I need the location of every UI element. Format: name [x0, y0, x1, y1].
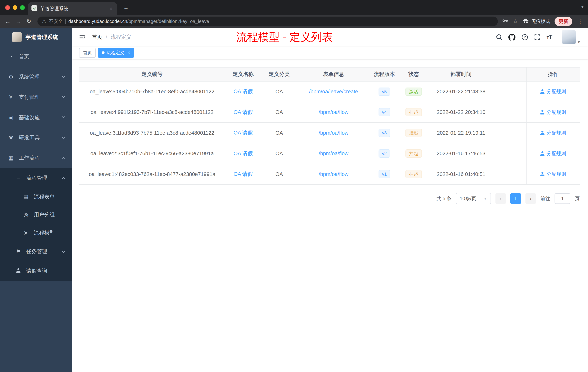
minimize-window-button[interactable]: [13, 5, 17, 10]
tools-icon: ⚒: [8, 135, 14, 141]
workflow-icon: ▦: [8, 155, 14, 161]
user-group-icon: ◎: [22, 212, 29, 218]
definition-id-cell: oa_leave:3:1fad3d93-7b75-11ec-a3c8-acde4…: [79, 123, 225, 143]
spacer: [494, 82, 526, 102]
table-header: 定义编号 定义名称 定义分类 表单信息 流程版本 状态 部署时间 操作: [79, 67, 580, 81]
prev-page-button[interactable]: ‹: [495, 193, 506, 204]
list-icon: ≡: [15, 175, 22, 181]
breadcrumb-current: 流程定义: [111, 33, 131, 41]
assign-rule-button[interactable]: 分配规则: [540, 130, 566, 136]
address-bar[interactable]: ⚠ 不安全 dashboard.yudao.iocoder.cn/bpm/man…: [37, 17, 498, 26]
user-icon: [540, 151, 545, 156]
password-key-icon[interactable]: [502, 17, 508, 25]
definition-name-link[interactable]: OA 请假: [225, 102, 262, 122]
form-icon: ▤: [22, 194, 29, 200]
definition-name-link[interactable]: OA 请假: [225, 123, 262, 143]
next-page-button[interactable]: ›: [525, 193, 536, 204]
sidebar-item-process-form[interactable]: ▤ 流程表单: [0, 188, 72, 206]
assign-rule-button[interactable]: 分配规则: [540, 150, 566, 157]
update-button[interactable]: 更新: [555, 17, 572, 26]
form-info-link[interactable]: /bpm/oa/flow: [297, 143, 370, 164]
security-warning-icon: ⚠: [42, 19, 46, 24]
help-icon[interactable]: ?: [522, 34, 528, 40]
window-controls: [0, 5, 30, 10]
table-row: oa_leave:4:991f2193-7b7f-11ec-a3c8-acde4…: [79, 102, 580, 123]
definition-name-link[interactable]: OA 请假: [225, 164, 262, 184]
hamburger-icon[interactable]: [78, 34, 86, 41]
tag-close-icon[interactable]: ×: [127, 50, 130, 55]
version-tag: v5: [378, 88, 390, 96]
breadcrumb-separator: /: [106, 34, 107, 40]
assign-rule-button[interactable]: 分配规则: [540, 171, 566, 177]
user-icon: [540, 172, 545, 176]
tab-strip: 芋道管理系统 × + ▾: [0, 0, 588, 15]
column-header: 操作: [526, 67, 580, 81]
version-tag: v1: [378, 170, 390, 178]
gear-icon: ⚙: [8, 74, 14, 80]
tag-home[interactable]: 首页: [79, 48, 96, 58]
form-info-link[interactable]: /bpm/oa/flow: [297, 123, 370, 143]
user-icon: [540, 110, 545, 114]
sidebar-item-infrastructure[interactable]: ▣ 基础设施: [0, 107, 72, 128]
zoom-window-button[interactable]: [20, 5, 25, 10]
new-tab-button[interactable]: +: [121, 4, 131, 13]
sidebar-item-home[interactable]: ◔ 首页: [0, 47, 72, 67]
sidebar-item-process-model[interactable]: ➤ 流程模型: [0, 224, 72, 242]
browser-toolbar: ← → ↻ ⚠ 不安全 dashboard.yudao.iocoder.cn/b…: [0, 15, 588, 28]
column-header: 定义编号: [79, 71, 225, 78]
bookmark-star-icon[interactable]: ☆: [513, 18, 518, 25]
github-icon[interactable]: [508, 34, 515, 41]
current-page-button[interactable]: 1: [510, 193, 521, 204]
tag-process-definition[interactable]: 流程定义 ×: [98, 48, 134, 58]
definition-id-cell: oa_leave:1:482ec033-762a-11ec-8477-a2380…: [79, 164, 225, 184]
incognito-icon: [522, 18, 529, 25]
fullscreen-icon[interactable]: [534, 34, 540, 40]
assign-rule-button[interactable]: 分配规则: [540, 88, 566, 95]
sidebar-item-process-management[interactable]: ≡ 流程管理: [0, 168, 72, 188]
avatar-image: [562, 30, 576, 44]
tab-search-caret-icon[interactable]: ▾: [581, 5, 583, 10]
goto-page-input[interactable]: [555, 193, 570, 204]
font-size-icon[interactable]: TT: [547, 34, 552, 40]
assign-rule-button[interactable]: 分配规则: [540, 109, 566, 116]
definition-name-link[interactable]: OA 请假: [225, 82, 262, 102]
forward-button[interactable]: →: [13, 17, 23, 26]
browser-tab[interactable]: 芋道管理系统 ×: [28, 2, 117, 15]
sidebar-item-devtools[interactable]: ⚒ 研发工具: [0, 128, 72, 148]
reload-button[interactable]: ↻: [24, 17, 34, 26]
form-info-link[interactable]: /bpm/oa/flow: [297, 164, 370, 184]
column-header: 表单信息: [297, 71, 370, 78]
sidebar: 芋道管理系统 ◔ 首页 ⚙ 系统管理 ¥ 支付管理 ▣ 基础设施: [0, 28, 72, 372]
tags-view-bar: 首页 流程定义 ×: [72, 47, 588, 59]
definition-name-link[interactable]: OA 请假: [225, 143, 262, 164]
browser-menu-icon[interactable]: ⋮: [577, 18, 583, 25]
sidebar-item-system[interactable]: ⚙ 系统管理: [0, 67, 72, 87]
form-info-link[interactable]: /bpm/oa/flow: [297, 102, 370, 122]
sidebar-item-leave-query[interactable]: 请假查询: [0, 261, 72, 281]
deploy-time-cell: 2022-01-22 21:48:38: [429, 82, 494, 102]
sidebar-item-task-management[interactable]: ⚑ 任务管理: [0, 242, 72, 261]
version-tag: v4: [378, 108, 390, 116]
table-row: oa_leave:1:482ec033-762a-11ec-8477-a2380…: [79, 164, 580, 185]
url-path: /bpm/manager/definition?key=oa_leave: [127, 19, 209, 24]
breadcrumb-home[interactable]: 首页: [92, 33, 102, 41]
status-tag: 挂起: [405, 129, 422, 137]
user-avatar[interactable]: ▼: [562, 30, 576, 44]
form-info-link[interactable]: /bpm/oa/leave/create: [297, 82, 370, 102]
sidebar-item-workflow[interactable]: ▦ 工作流程: [0, 148, 72, 168]
search-icon[interactable]: [496, 34, 502, 40]
person-icon: [15, 268, 22, 274]
definition-id-cell: oa_leave:4:991f2193-7b7f-11ec-a3c8-acde4…: [79, 102, 225, 122]
top-navbar: 首页 / 流程定义 流程模型 - 定义列表 ? TT: [72, 28, 588, 47]
dashboard-icon: ◔: [8, 54, 14, 60]
deploy-time-cell: 2022-01-22 19:19:11: [429, 123, 494, 143]
page-size-select[interactable]: 10条/页 ▼: [456, 193, 491, 204]
close-window-button[interactable]: [5, 5, 10, 10]
app-logo: [12, 32, 22, 42]
sidebar-item-user-group[interactable]: ◎ 用户分组: [0, 206, 72, 224]
back-button[interactable]: ←: [3, 17, 13, 26]
sidebar-item-payment[interactable]: ¥ 支付管理: [0, 87, 72, 107]
browser-window: 芋道管理系统 × + ▾ ← → ↻ ⚠ 不安全 dashboard.yudao…: [0, 0, 588, 372]
tab-close-icon[interactable]: ×: [109, 6, 113, 12]
spacer: [494, 143, 526, 164]
